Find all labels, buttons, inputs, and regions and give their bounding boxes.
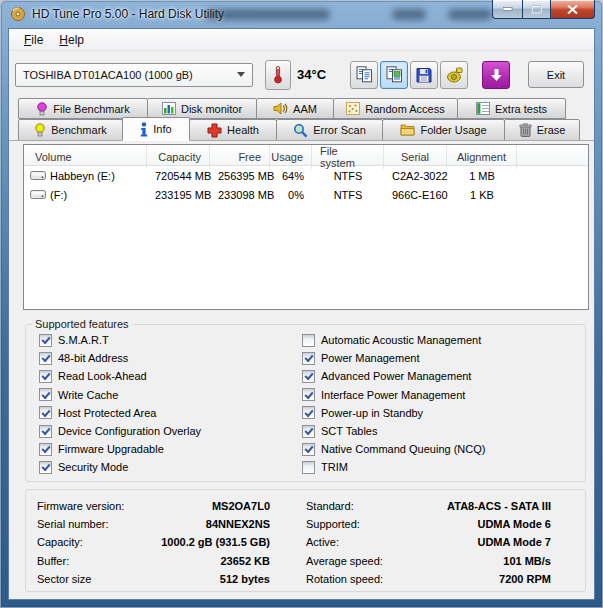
tab-health[interactable]: Health [189,119,277,141]
checkbox[interactable] [39,425,52,438]
detail-value: 512 bytes [91,573,270,585]
volume-name: (F:) [50,189,67,201]
feature-item: Device Configuration Overlay [39,422,298,440]
tab-row-1: File Benchmark Disk monitor AAM Random A… [18,98,594,119]
column-header-free[interactable]: Free [210,145,270,169]
detail-value: MS2OA7L0 [124,500,270,512]
tab-benchmark[interactable]: Benchmark [18,119,123,141]
feature-item: Power Management [302,349,485,367]
tab-extra-tests[interactable]: Extra tests [457,98,566,119]
volume-row[interactable]: (F:) 233195 MB 233098 MB 0% NTFS 966C-E1… [24,185,588,204]
column-header-alignment[interactable]: Alignment [447,145,517,169]
volume-row[interactable]: Habbeyn (E:) 720544 MB 256395 MB 64% NTF… [24,166,588,185]
feature-item: Read Look-Ahead [39,367,298,385]
checkbox[interactable] [39,388,52,401]
detail-value: 84NNEX2NS [109,518,270,530]
tab-file-benchmark[interactable]: File Benchmark [18,98,148,119]
feature-item: Interface Power Management [302,386,485,404]
detail-row: Capacity:1000.2 gB (931.5 GB) [37,533,270,551]
menu-help[interactable]: Help [51,31,92,49]
detail-label: Buffer: [37,555,69,567]
feature-label: Security Mode [58,461,128,473]
column-header-capacity[interactable]: Capacity [147,145,210,169]
redacted-smudge [205,9,330,20]
tab-folder-usage[interactable]: Folder Usage [382,119,505,141]
menu-bar: File Help [9,29,594,51]
checkbox[interactable] [39,334,52,347]
details-left-column: Firmware version:MS2OA7L0 Serial number:… [26,497,298,591]
checkbox[interactable] [39,443,52,456]
tab-label: Folder Usage [420,124,486,136]
save-button[interactable] [410,61,438,89]
minimize-button[interactable] [492,0,522,19]
detail-value: UDMA Mode 7 [339,536,551,548]
drive-icon [30,190,46,199]
temperature-button[interactable] [265,60,291,90]
detail-row: Firmware version:MS2OA7L0 [37,497,270,515]
feature-item: Write Cache [39,386,298,404]
detail-label: Firmware version: [37,500,124,512]
drive-icon [30,171,46,180]
feature-item: Security Mode [39,458,298,476]
checkbox[interactable] [302,388,315,401]
checkbox[interactable] [302,443,315,456]
checkbox[interactable] [302,425,315,438]
maximize-button[interactable] [522,0,550,19]
redacted-smudge [448,9,492,20]
volume-serial: 966C-E160 [384,189,447,201]
volume-name: Habbeyn (E:) [50,170,115,182]
tab-disk-monitor[interactable]: Disk monitor [147,98,257,119]
checkbox[interactable] [302,370,315,383]
checkbox[interactable] [302,461,315,474]
detail-label: Active: [306,536,339,548]
detail-value: ATA8-ACS - SATA III [354,500,551,512]
feature-item: TRIM [302,458,485,476]
feature-item: Firmware Upgradable [39,440,298,458]
volume-capacity: 720544 MB [147,170,210,182]
feature-label: Interface Power Management [321,389,465,401]
capture-button[interactable] [440,61,468,89]
tab-info[interactable]: Info [122,117,190,141]
detail-row: Buffer:23652 KB [37,552,270,570]
tab-error-scan[interactable]: Error Scan [276,119,383,141]
exit-button[interactable]: Exit [528,61,584,88]
column-header-filesystem[interactable]: File system [312,145,384,169]
titlebar[interactable]: HD Tune Pro 5.00 - Hard Disk Utility [0,0,603,28]
checkbox[interactable] [302,334,315,347]
close-button[interactable] [550,0,595,19]
menu-file-rest: ile [31,33,43,47]
download-button[interactable] [482,61,510,89]
checkbox[interactable] [302,406,315,419]
tab-label: Benchmark [51,124,107,136]
volume-list-header: Volume Capacity Free Usage File system S… [24,145,588,166]
tab-random-access[interactable]: Random Access [333,98,458,119]
copy-image-button[interactable] [380,61,408,89]
checkbox[interactable] [39,370,52,383]
folder-icon [400,124,415,136]
tab-erase[interactable]: Erase [504,119,580,141]
checkbox[interactable] [302,352,315,365]
drive-select[interactable]: TOSHIBA DT01ACA100 (1000 gB) [15,63,253,87]
checkbox[interactable] [39,352,52,365]
info-page: Volume Capacity Free Usage File system S… [9,140,594,598]
volume-alignment: 1 MB [447,170,517,182]
detail-label: Rotation speed: [306,573,383,585]
checkbox[interactable] [39,461,52,474]
copy-text-icon [356,66,373,83]
column-header-usage[interactable]: Usage [270,145,312,169]
volume-alignment: 1 KB [447,189,517,201]
chevron-down-icon [237,72,245,77]
tab-label: AAM [293,103,317,115]
column-header-serial[interactable]: Serial [384,145,447,169]
column-header-volume[interactable]: Volume [24,145,147,169]
menu-file[interactable]: File [16,31,51,49]
tab-strip: File Benchmark Disk monitor AAM Random A… [9,98,594,141]
detail-label: Supported: [306,518,360,530]
tab-aam[interactable]: AAM [256,98,334,119]
detail-value: 7200 RPM [383,573,551,585]
copy-text-button[interactable] [350,61,378,89]
checkbox[interactable] [39,406,52,419]
supported-features-title: Supported features [32,318,132,330]
lightbulb-magenta-icon [36,102,48,116]
volume-filesystem: NTFS [312,189,384,201]
